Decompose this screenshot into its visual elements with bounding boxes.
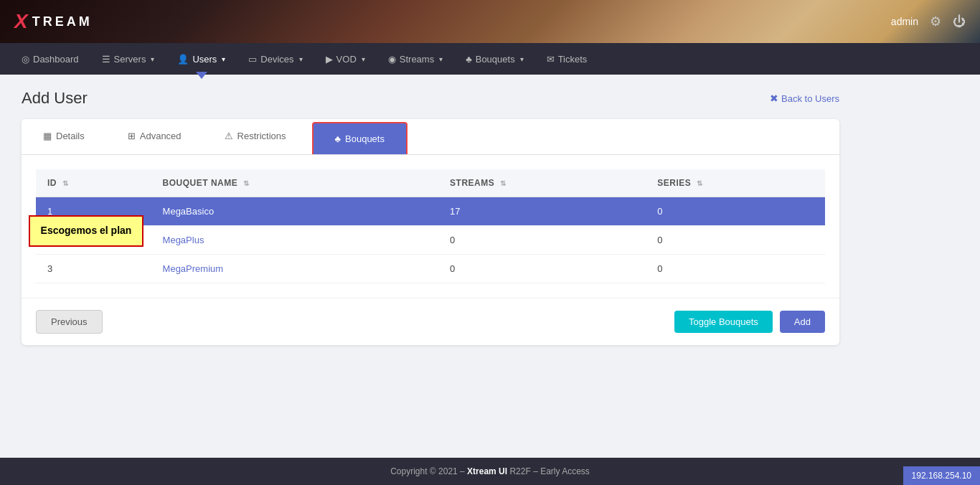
tab-restrictions[interactable]: ⚠ Restrictions — [203, 119, 308, 155]
settings-icon[interactable]: ⚙ — [930, 14, 941, 29]
nav-devices[interactable]: ▭ Devices ▾ — [238, 48, 312, 70]
footer-copyright: Copyright © 2021 – — [390, 466, 467, 476]
page-title-row: Add User ✖ Back to Users — [22, 89, 839, 108]
logo: X TREAM — [14, 11, 93, 32]
devices-icon: ▭ — [248, 54, 257, 65]
nav-vod[interactable]: ▶ VOD ▾ — [316, 48, 375, 70]
nav-devices-label: Devices — [260, 54, 293, 65]
servers-chevron: ▾ — [151, 55, 154, 63]
table-row[interactable]: 2 MegaPlus 0 0 — [36, 226, 825, 255]
power-icon[interactable]: ⏻ — [953, 14, 966, 29]
nav-streams-label: Streams — [400, 54, 434, 65]
nav-tickets-label: Tickets — [558, 54, 588, 65]
logo-text: TREAM — [32, 14, 93, 29]
table-container: ID ⇅ BOUQUET NAME ⇅ STREAMS ⇅ SERIES ⇅ — [22, 155, 839, 298]
sort-streams-icon: ⇅ — [500, 179, 507, 187]
row-streams: 0 — [438, 255, 646, 283]
servers-icon: ☰ — [102, 54, 110, 65]
add-button[interactable]: Add — [780, 311, 825, 333]
toggle-bouquets-button[interactable]: Toggle Bouquets — [674, 311, 773, 333]
header-right: admin ⚙ ⏻ — [891, 14, 966, 29]
annotation-box: Escogemos el plan — [29, 215, 143, 247]
tab-advanced[interactable]: ⊞ Advanced — [106, 119, 203, 155]
row-bouquet-name: MegaPlus — [151, 226, 439, 255]
main-card: ▦ Details ⊞ Advanced ⚠ Restrictions ♣ Bo… — [22, 119, 839, 345]
username-label: admin — [891, 16, 918, 27]
col-series[interactable]: SERIES ⇅ — [646, 169, 825, 197]
bouquet-link[interactable]: MegaPremium — [163, 263, 224, 274]
tab-details[interactable]: ▦ Details — [22, 119, 106, 155]
row-series: 0 — [646, 197, 825, 226]
vod-icon: ▶ — [326, 54, 333, 65]
nav-bouquets[interactable]: ♣ Bouquets ▾ — [456, 48, 533, 70]
row-bouquet-name: MegaBasico — [151, 197, 439, 226]
bouquet-link[interactable]: MegaPlus — [163, 235, 204, 245]
restrictions-tab-icon: ⚠ — [225, 131, 233, 141]
users-icon: 👤 — [177, 54, 189, 65]
bouquets-tab-icon: ♣ — [335, 133, 341, 144]
back-link-icon: ✖ — [770, 93, 778, 104]
bouquets-table: ID ⇅ BOUQUET NAME ⇅ STREAMS ⇅ SERIES ⇅ — [36, 169, 825, 283]
row-id: 3 — [36, 255, 151, 283]
table-row[interactable]: 1 MegaBasico 17 0 — [36, 197, 825, 226]
nav-bouquets-label: Bouquets — [476, 54, 515, 65]
table-row[interactable]: 3 MegaPremium 0 0 — [36, 255, 825, 283]
nav-bar: ◎ Dashboard ☰ Servers ▾ 👤 Users ▾ ▭ Devi… — [0, 43, 980, 75]
details-tab-icon: ▦ — [43, 131, 52, 141]
top-header: X TREAM admin ⚙ ⏻ — [0, 0, 980, 43]
row-streams: 17 — [438, 197, 646, 226]
row-series: 0 — [646, 255, 825, 283]
table-header: ID ⇅ BOUQUET NAME ⇅ STREAMS ⇅ SERIES ⇅ — [36, 169, 825, 197]
sort-series-icon: ⇅ — [697, 179, 703, 187]
back-to-users-link[interactable]: ✖ Back to Users — [770, 93, 839, 104]
previous-button[interactable]: Previous — [36, 310, 103, 334]
streams-chevron: ▾ — [439, 55, 443, 63]
annotation-text: Escogemos el plan — [41, 225, 132, 236]
tab-advanced-label: Advanced — [140, 131, 182, 141]
sort-name-icon: ⇅ — [243, 179, 250, 187]
nav-streams[interactable]: ◉ Streams ▾ — [378, 48, 453, 70]
page-title: Add User — [22, 89, 88, 108]
col-streams[interactable]: STREAMS ⇅ — [438, 169, 646, 197]
nav-tickets[interactable]: ✉ Tickets — [537, 48, 598, 70]
row-series: 0 — [646, 226, 825, 255]
tabs-row: ▦ Details ⊞ Advanced ⚠ Restrictions ♣ Bo… — [22, 119, 839, 155]
tickets-icon: ✉ — [547, 54, 555, 65]
page-footer: Copyright © 2021 – Xtream UI R22F – Earl… — [0, 458, 980, 485]
nav-servers[interactable]: ☰ Servers ▾ — [92, 48, 165, 70]
col-bouquet-name[interactable]: BOUQUET NAME ⇅ — [151, 169, 439, 197]
tab-restrictions-label: Restrictions — [237, 131, 286, 141]
bouquets-chevron: ▾ — [520, 55, 524, 63]
vod-chevron: ▾ — [362, 55, 365, 63]
table-body: 1 MegaBasico 17 0 2 MegaPlus 0 0 3 — [36, 197, 825, 283]
footer-row: Previous Toggle Bouquets Add — [22, 298, 839, 345]
bouquets-nav-icon: ♣ — [466, 54, 472, 65]
row-streams: 0 — [438, 226, 646, 255]
nav-servers-label: Servers — [114, 54, 146, 65]
logo-x-letter: X — [14, 11, 28, 32]
tab-bouquets[interactable]: ♣ Bouquets — [312, 122, 407, 154]
row-bouquet-name: MegaPremium — [151, 255, 439, 283]
col-id[interactable]: ID ⇅ — [36, 169, 151, 197]
users-chevron: ▾ — [222, 55, 225, 63]
nav-users-label: Users — [192, 54, 217, 65]
devices-chevron: ▾ — [299, 55, 303, 63]
nav-dashboard-label: Dashboard — [33, 54, 79, 65]
dashboard-icon: ◎ — [22, 54, 29, 65]
ip-address-badge: 192.168.254.10 — [903, 466, 980, 485]
nav-dashboard[interactable]: ◎ Dashboard — [11, 48, 89, 70]
streams-icon: ◉ — [388, 54, 396, 65]
footer-app-name: Xtream UI — [467, 466, 507, 476]
tab-details-label: Details — [56, 131, 85, 141]
back-link-label: Back to Users — [781, 93, 839, 104]
btn-group-right: Toggle Bouquets Add — [674, 311, 825, 333]
nav-users[interactable]: 👤 Users ▾ — [167, 48, 235, 70]
tab-bouquets-label: Bouquets — [345, 133, 385, 144]
nav-vod-label: VOD — [336, 54, 357, 65]
footer-version: R22F – Early Access — [509, 466, 589, 476]
advanced-tab-icon: ⊞ — [128, 131, 136, 141]
sort-id-icon: ⇅ — [62, 179, 69, 187]
